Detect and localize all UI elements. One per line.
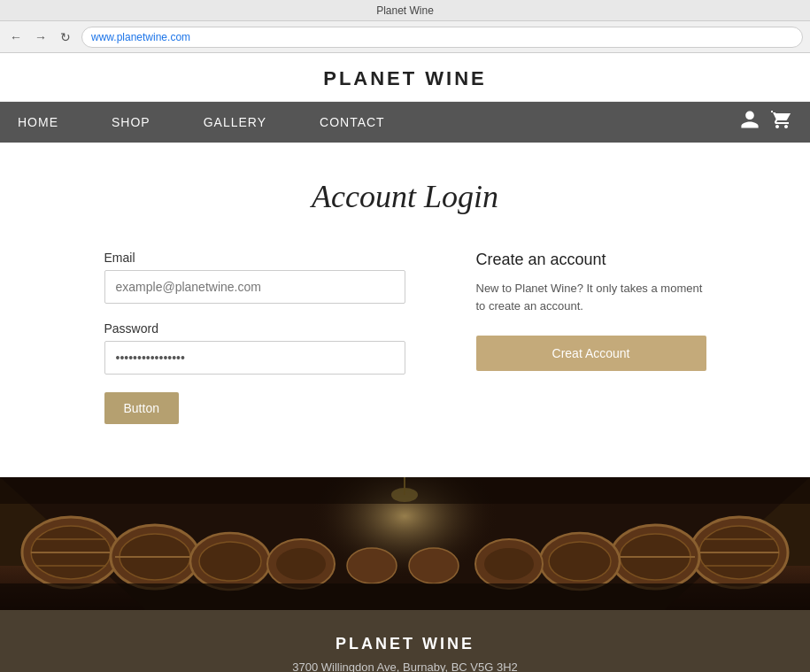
svg-rect-33 (0, 583, 810, 610)
password-label: Password (104, 321, 405, 336)
page-title: Account Login (53, 178, 757, 215)
nav-icons (739, 109, 792, 135)
refresh-button[interactable]: ↻ (57, 28, 74, 46)
svg-point-27 (484, 548, 534, 580)
nav-home[interactable]: HOME (18, 115, 58, 129)
login-layout: Email Password Button Create an account … (53, 251, 757, 424)
email-input[interactable] (104, 270, 405, 304)
site-title: PLANET WINE (0, 67, 810, 90)
svg-rect-32 (0, 477, 810, 504)
forward-button[interactable]: → (32, 28, 50, 46)
email-label: Email (104, 251, 405, 265)
footer: PLANET WINE 3700 Willingdon Ave, Burnaby… (0, 610, 810, 672)
site-header: PLANET WINE (0, 53, 810, 102)
create-account-button[interactable]: Creat Account (476, 336, 706, 371)
svg-point-13 (199, 542, 261, 581)
browser-tab-bar: Planet Wine (0, 0, 810, 21)
footer-address: 3700 Willingdon Ave, Burnaby, BC V5G 3H2 (18, 660, 792, 672)
address-bar[interactable] (81, 27, 803, 48)
create-account-section: Create an account New to Planet Wine? It… (476, 251, 706, 371)
account-icon[interactable] (739, 109, 760, 135)
nav-contact[interactable]: CONTACT (320, 115, 385, 129)
nav-shop[interactable]: SHOP (112, 115, 150, 129)
cart-icon[interactable] (771, 109, 792, 135)
barrels-image (0, 477, 810, 610)
create-account-title: Create an account (476, 251, 706, 269)
login-button[interactable]: Button (104, 392, 179, 424)
hero-section (0, 477, 810, 610)
svg-point-15 (276, 548, 326, 580)
tab-title: Planet Wine (376, 4, 434, 17)
footer-title: PLANET WINE (18, 635, 792, 653)
nav-gallery[interactable]: GALLERY (204, 115, 266, 129)
back-button[interactable]: ← (7, 28, 25, 46)
svg-point-28 (347, 548, 397, 583)
create-account-description: New to Planet Wine? It only takes a mome… (476, 280, 706, 314)
password-input[interactable] (104, 341, 405, 375)
nav-links: HOME SHOP GALLERY CONTACT (18, 115, 385, 129)
nav-bar: HOME SHOP GALLERY CONTACT (0, 102, 810, 143)
svg-point-25 (549, 542, 611, 581)
login-form: Email Password Button (104, 251, 405, 424)
main-content: Account Login Email Password Button Crea… (0, 143, 810, 477)
browser-toolbar: ← → ↻ (0, 21, 810, 53)
svg-point-29 (409, 548, 459, 583)
